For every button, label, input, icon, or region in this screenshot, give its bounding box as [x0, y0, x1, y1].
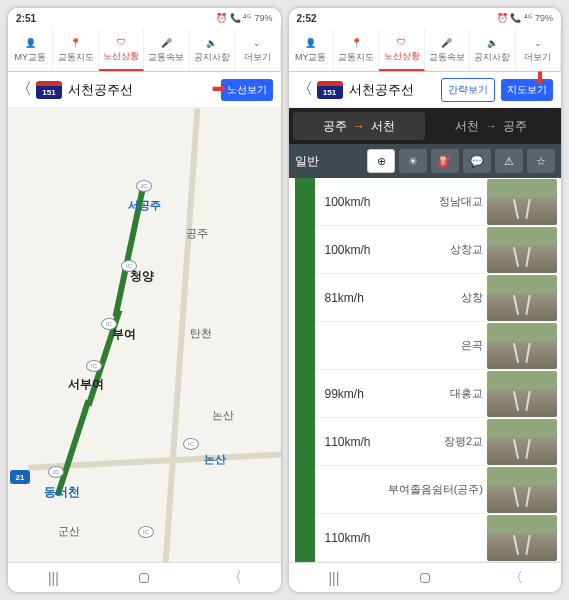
back-button[interactable]: 〈	[501, 569, 531, 587]
tab-notice[interactable]: 🔈공지사항	[190, 28, 235, 71]
route-name: 서천공주선	[68, 81, 215, 99]
tab-map[interactable]: 📍교통지도	[53, 28, 98, 71]
location-name: 부여졸음쉼터(공주)	[379, 482, 488, 497]
tab-more[interactable]: ⌄더보기	[516, 28, 561, 71]
shield-icon: 🛡	[112, 35, 130, 49]
chevron-down-icon: ⌄	[529, 36, 547, 50]
speaker-icon: 🔈	[483, 36, 501, 50]
route-row[interactable]: 부여졸음쉼터(공주)	[315, 466, 562, 514]
map[interactable]: JC IC IC IC JC IC IC 서공주 공주 청양 부여 탄천 서부여…	[8, 108, 281, 562]
location-name: 은곡	[379, 338, 488, 353]
phone-left: 2:51 ⏰ 📞 ⁴ᴳ 79% 👤MY교통 📍교통지도 🛡노선상황 🎤교통속보 …	[8, 8, 281, 592]
route-shield: 151	[36, 81, 62, 99]
speed-value: 99km/h	[315, 387, 379, 401]
route-row[interactable]: 99km/h대홍교	[315, 370, 562, 418]
cctv-thumbnail[interactable]	[487, 275, 557, 321]
top-tabs: 👤MY교통 📍교통지도 🛡노선상황 🎤교통속보 🔈공지사항 ⌄더보기	[289, 28, 562, 72]
speaker-icon: 🔈	[203, 36, 221, 50]
jc-node: JC	[136, 180, 152, 192]
tab-my[interactable]: 👤MY교통	[289, 28, 334, 71]
cctv-thumbnail[interactable]	[487, 515, 557, 561]
route-name: 서천공주선	[349, 81, 436, 99]
location-name: 대홍교	[379, 386, 488, 401]
person-icon: 👤	[21, 36, 39, 50]
direction-tab-a[interactable]: 공주 → 서천	[293, 112, 425, 140]
warning-icon[interactable]: ⚠	[495, 149, 523, 173]
home-button[interactable]	[410, 573, 440, 583]
route-row[interactable]: 81km/h상창	[315, 274, 562, 322]
status-icons: ⏰ 📞 ⁴ᴳ 79%	[497, 13, 553, 23]
tab-my[interactable]: 👤MY교통	[8, 28, 53, 71]
cctv-thumbnail[interactable]	[487, 419, 557, 465]
tab-notice[interactable]: 🔈공지사항	[470, 28, 515, 71]
cctv-thumbnail[interactable]	[487, 227, 557, 273]
map-city: 동서천	[44, 484, 80, 501]
tab-news[interactable]: 🎤교통속보	[144, 28, 189, 71]
cctv-thumbnail[interactable]	[487, 323, 557, 369]
speed-value: 100km/h	[315, 195, 379, 209]
recents-button[interactable]: |||	[38, 570, 68, 586]
tab-route[interactable]: 🛡노선상황	[379, 28, 424, 71]
route-row[interactable]: 100km/h상창교	[315, 226, 562, 274]
tool-label: 일반	[295, 153, 319, 170]
annotation-arrow-icon: ➡	[531, 71, 550, 84]
direction-tab-b[interactable]: 서천 → 공주	[425, 112, 557, 140]
fuel-icon[interactable]: ⛽	[431, 149, 459, 173]
speed-value: 110km/h	[315, 531, 379, 545]
chat-icon[interactable]: 💬	[463, 149, 491, 173]
android-nav: ||| 〈	[8, 562, 281, 592]
recents-button[interactable]: |||	[319, 570, 349, 586]
highway-badge: 21	[10, 470, 30, 484]
back-button[interactable]: 〈	[220, 569, 250, 587]
target-icon[interactable]: ⊕	[367, 149, 395, 173]
location-name: 상창	[379, 290, 488, 305]
clock: 2:52	[297, 13, 317, 24]
direction-tabs: 공주 → 서천 서천 → 공주	[289, 108, 562, 144]
map-label: 논산	[212, 408, 234, 423]
cctv-thumbnail[interactable]	[487, 179, 557, 225]
ic-node: IC	[183, 438, 199, 450]
route-header: 〈 151 서천공주선 ➡ 노선보기	[8, 72, 281, 108]
tab-route[interactable]: 🛡노선상황	[99, 28, 144, 71]
route-row[interactable]: 110km/h장평2교	[315, 418, 562, 466]
tab-news[interactable]: 🎤교통속보	[425, 28, 470, 71]
home-button[interactable]	[129, 573, 159, 583]
map-city: 부여	[112, 326, 136, 343]
route-row[interactable]: 은곡	[315, 322, 562, 370]
map-label: 공주	[186, 226, 208, 241]
ic-node: IC	[86, 360, 102, 372]
arrow-icon: →	[485, 119, 497, 133]
route-view-button[interactable]: 노선보기	[221, 79, 273, 101]
mic-icon: 🎤	[438, 36, 456, 50]
pin-icon: 📍	[347, 36, 365, 50]
arrow-icon: →	[353, 119, 365, 133]
speed-value: 110km/h	[315, 435, 379, 449]
route-shield: 151	[317, 81, 343, 99]
route-row[interactable]: 100km/h정남대교	[315, 178, 562, 226]
cctv-thumbnail[interactable]	[487, 467, 557, 513]
top-tabs: 👤MY교통 📍교통지도 🛡노선상황 🎤교통속보 🔈공지사항 ⌄더보기	[8, 28, 281, 72]
back-button[interactable]: 〈	[16, 79, 30, 100]
route-header: 〈 151 서천공주선 간략보기 지도보기 ➡	[289, 72, 562, 108]
tab-more[interactable]: ⌄더보기	[235, 28, 280, 71]
phone-right: 2:52 ⏰ 📞 ⁴ᴳ 79% 👤MY교통 📍교통지도 🛡노선상황 🎤교통속보 …	[289, 8, 562, 592]
route-list[interactable]: 100km/h정남대교100km/h상창교81km/h상창은곡99km/h대홍교…	[289, 178, 562, 562]
person-icon: 👤	[302, 36, 320, 50]
star-icon[interactable]: ☆	[527, 149, 555, 173]
route-row[interactable]: 110km/h	[315, 514, 562, 562]
map-city: 청양	[130, 268, 154, 285]
map-city: 서부여	[68, 376, 104, 393]
android-nav: ||| 〈	[289, 562, 562, 592]
status-bar: 2:52 ⏰ 📞 ⁴ᴳ 79%	[289, 8, 562, 28]
tab-map[interactable]: 📍교통지도	[334, 28, 379, 71]
back-button[interactable]: 〈	[297, 79, 311, 100]
map-label: 탄천	[190, 326, 212, 341]
brief-view-button[interactable]: 간략보기	[441, 78, 495, 102]
sun-icon[interactable]: ☀	[399, 149, 427, 173]
speed-value: 81km/h	[315, 291, 379, 305]
speed-value: 100km/h	[315, 243, 379, 257]
cctv-thumbnail[interactable]	[487, 371, 557, 417]
map-label: 논산	[204, 452, 226, 467]
clock: 2:51	[16, 13, 36, 24]
tool-bar: 일반 ⊕ ☀ ⛽ 💬 ⚠ ☆	[289, 144, 562, 178]
